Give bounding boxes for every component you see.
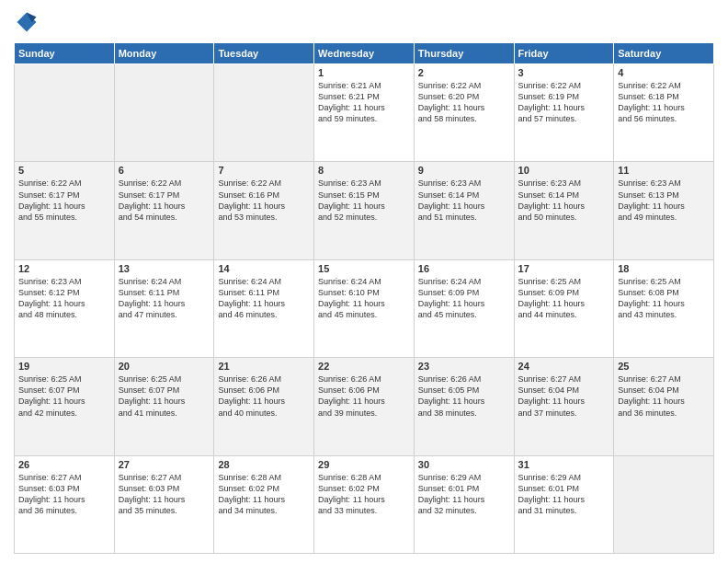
day-number: 13	[119, 263, 210, 274]
day-info: Sunrise: 6:21 AM Sunset: 6:21 PM Dayligh…	[318, 80, 410, 125]
day-number: 25	[618, 361, 710, 372]
day-number: 26	[18, 459, 110, 470]
day-number: 7	[218, 165, 310, 176]
calendar-cell	[214, 64, 314, 162]
day-info: Sunrise: 6:29 AM Sunset: 6:01 PM Dayligh…	[518, 472, 610, 517]
day-number: 16	[418, 263, 510, 274]
day-number: 12	[18, 263, 110, 274]
day-info: Sunrise: 6:25 AM Sunset: 6:07 PM Dayligh…	[18, 373, 110, 419]
day-info: Sunrise: 6:22 AM Sunset: 6:17 PM Dayligh…	[119, 178, 210, 223]
calendar-cell: 30Sunrise: 6:29 AM Sunset: 6:01 PM Dayli…	[414, 455, 514, 553]
day-info: Sunrise: 6:24 AM Sunset: 6:11 PM Dayligh…	[218, 276, 310, 321]
day-number: 3	[518, 67, 610, 78]
calendar-cell	[15, 64, 115, 162]
calendar-cell: 2Sunrise: 6:22 AM Sunset: 6:20 PM Daylig…	[414, 64, 514, 162]
day-info: Sunrise: 6:25 AM Sunset: 6:07 PM Dayligh…	[119, 373, 210, 419]
calendar-cell: 25Sunrise: 6:27 AM Sunset: 6:04 PM Dayli…	[614, 358, 714, 455]
day-number: 14	[218, 263, 310, 274]
day-info: Sunrise: 6:22 AM Sunset: 6:19 PM Dayligh…	[518, 80, 610, 125]
day-info: Sunrise: 6:26 AM Sunset: 6:06 PM Dayligh…	[218, 373, 310, 419]
calendar-cell: 10Sunrise: 6:23 AM Sunset: 6:14 PM Dayli…	[514, 162, 614, 259]
day-info: Sunrise: 6:23 AM Sunset: 6:14 PM Dayligh…	[518, 178, 610, 223]
calendar-cell: 31Sunrise: 6:29 AM Sunset: 6:01 PM Dayli…	[514, 455, 614, 553]
day-info: Sunrise: 6:27 AM Sunset: 6:04 PM Dayligh…	[618, 373, 710, 419]
day-number: 10	[518, 165, 610, 176]
calendar-cell	[114, 64, 214, 162]
day-number: 6	[119, 165, 210, 176]
day-number: 9	[418, 165, 510, 176]
day-info: Sunrise: 6:27 AM Sunset: 6:03 PM Dayligh…	[119, 472, 210, 517]
day-info: Sunrise: 6:23 AM Sunset: 6:13 PM Dayligh…	[618, 178, 710, 223]
day-info: Sunrise: 6:26 AM Sunset: 6:06 PM Dayligh…	[318, 373, 410, 419]
calendar-cell: 7Sunrise: 6:22 AM Sunset: 6:16 PM Daylig…	[214, 162, 314, 259]
calendar-cell: 24Sunrise: 6:27 AM Sunset: 6:04 PM Dayli…	[514, 358, 614, 455]
day-header-tuesday: Tuesday	[214, 43, 314, 64]
week-row-3: 19Sunrise: 6:25 AM Sunset: 6:07 PM Dayli…	[15, 358, 714, 455]
day-header-saturday: Saturday	[614, 43, 714, 64]
day-info: Sunrise: 6:24 AM Sunset: 6:09 PM Dayligh…	[418, 276, 510, 321]
day-number: 21	[218, 361, 310, 372]
day-number: 8	[318, 165, 410, 176]
svg-marker-0	[17, 13, 37, 32]
calendar-cell: 11Sunrise: 6:23 AM Sunset: 6:13 PM Dayli…	[614, 162, 714, 259]
day-info: Sunrise: 6:22 AM Sunset: 6:16 PM Dayligh…	[218, 178, 310, 223]
day-info: Sunrise: 6:23 AM Sunset: 6:12 PM Dayligh…	[18, 276, 110, 321]
calendar-cell: 6Sunrise: 6:22 AM Sunset: 6:17 PM Daylig…	[114, 162, 214, 259]
day-number: 22	[318, 361, 410, 372]
day-number: 30	[418, 459, 510, 470]
calendar-cell: 14Sunrise: 6:24 AM Sunset: 6:11 PM Dayli…	[214, 259, 314, 357]
day-number: 17	[518, 263, 610, 274]
day-number: 2	[418, 67, 510, 78]
day-number: 23	[418, 361, 510, 372]
calendar-cell: 29Sunrise: 6:28 AM Sunset: 6:02 PM Dayli…	[314, 455, 415, 553]
logo	[14, 9, 43, 35]
day-number: 27	[119, 459, 210, 470]
day-number: 19	[18, 361, 110, 372]
calendar-cell: 18Sunrise: 6:25 AM Sunset: 6:08 PM Dayli…	[614, 259, 714, 357]
calendar-cell: 4Sunrise: 6:22 AM Sunset: 6:18 PM Daylig…	[614, 64, 714, 162]
week-row-4: 26Sunrise: 6:27 AM Sunset: 6:03 PM Dayli…	[15, 455, 714, 553]
calendar-cell: 19Sunrise: 6:25 AM Sunset: 6:07 PM Dayli…	[15, 358, 115, 455]
calendar-cell: 12Sunrise: 6:23 AM Sunset: 6:12 PM Dayli…	[15, 259, 115, 357]
day-info: Sunrise: 6:22 AM Sunset: 6:17 PM Dayligh…	[18, 178, 110, 223]
calendar-cell: 22Sunrise: 6:26 AM Sunset: 6:06 PM Dayli…	[314, 358, 415, 455]
calendar-cell: 16Sunrise: 6:24 AM Sunset: 6:09 PM Dayli…	[414, 259, 514, 357]
day-header-thursday: Thursday	[414, 43, 514, 64]
day-info: Sunrise: 6:26 AM Sunset: 6:05 PM Dayligh…	[418, 373, 510, 419]
week-row-2: 12Sunrise: 6:23 AM Sunset: 6:12 PM Dayli…	[15, 259, 714, 357]
day-header-sunday: Sunday	[15, 43, 115, 64]
calendar-cell: 1Sunrise: 6:21 AM Sunset: 6:21 PM Daylig…	[314, 64, 415, 162]
week-row-0: 1Sunrise: 6:21 AM Sunset: 6:21 PM Daylig…	[15, 64, 714, 162]
day-info: Sunrise: 6:29 AM Sunset: 6:01 PM Dayligh…	[418, 472, 510, 517]
calendar-cell: 28Sunrise: 6:28 AM Sunset: 6:02 PM Dayli…	[214, 455, 314, 553]
calendar-table: SundayMondayTuesdayWednesdayThursdayFrid…	[14, 42, 714, 554]
day-info: Sunrise: 6:28 AM Sunset: 6:02 PM Dayligh…	[218, 472, 310, 517]
calendar-cell: 17Sunrise: 6:25 AM Sunset: 6:09 PM Dayli…	[514, 259, 614, 357]
calendar-cell: 9Sunrise: 6:23 AM Sunset: 6:14 PM Daylig…	[414, 162, 514, 259]
calendar-cell: 5Sunrise: 6:22 AM Sunset: 6:17 PM Daylig…	[15, 162, 115, 259]
day-number: 4	[618, 67, 710, 78]
day-number: 11	[618, 165, 710, 176]
day-number: 24	[518, 361, 610, 372]
calendar-cell: 13Sunrise: 6:24 AM Sunset: 6:11 PM Dayli…	[114, 259, 214, 357]
day-number: 18	[618, 263, 710, 274]
calendar-cell: 27Sunrise: 6:27 AM Sunset: 6:03 PM Dayli…	[114, 455, 214, 553]
calendar-cell: 26Sunrise: 6:27 AM Sunset: 6:03 PM Dayli…	[15, 455, 115, 553]
day-number: 31	[518, 459, 610, 470]
day-number: 1	[318, 67, 410, 78]
day-info: Sunrise: 6:24 AM Sunset: 6:10 PM Dayligh…	[318, 276, 410, 321]
day-info: Sunrise: 6:27 AM Sunset: 6:03 PM Dayligh…	[18, 472, 110, 517]
day-number: 29	[318, 459, 410, 470]
page: SundayMondayTuesdayWednesdayThursdayFrid…	[0, 0, 728, 563]
day-header-friday: Friday	[514, 43, 614, 64]
day-info: Sunrise: 6:22 AM Sunset: 6:18 PM Dayligh…	[618, 80, 710, 125]
calendar-cell: 23Sunrise: 6:26 AM Sunset: 6:05 PM Dayli…	[414, 358, 514, 455]
day-number: 5	[18, 165, 110, 176]
calendar-cell: 21Sunrise: 6:26 AM Sunset: 6:06 PM Dayli…	[214, 358, 314, 455]
day-info: Sunrise: 6:24 AM Sunset: 6:11 PM Dayligh…	[119, 276, 210, 321]
day-info: Sunrise: 6:22 AM Sunset: 6:20 PM Dayligh…	[418, 80, 510, 125]
calendar-cell	[614, 455, 714, 553]
header	[14, 9, 714, 35]
calendar-cell: 15Sunrise: 6:24 AM Sunset: 6:10 PM Dayli…	[314, 259, 415, 357]
day-header-wednesday: Wednesday	[314, 43, 415, 64]
